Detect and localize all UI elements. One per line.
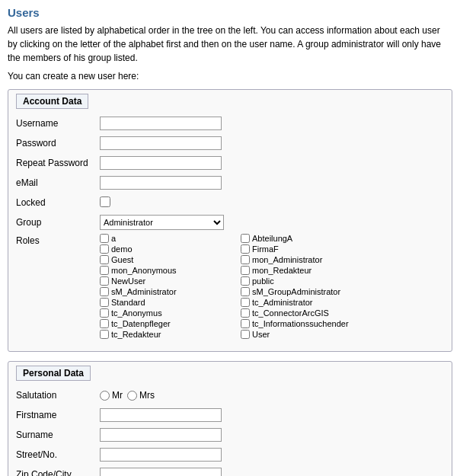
street-input[interactable] xyxy=(100,448,222,462)
salutation-radio-group: Mr Mrs xyxy=(100,390,155,401)
street-row: Street/No. xyxy=(16,446,444,463)
locked-field-wrap xyxy=(100,196,110,209)
role-checkbox-sm-groupadministrator[interactable] xyxy=(241,287,250,296)
list-item: FirmaF xyxy=(241,244,382,254)
list-item: Guest xyxy=(100,255,241,264)
list-item: demo xyxy=(100,244,241,254)
intro-text: All users are listed by alphabetical ord… xyxy=(8,24,449,65)
surname-input[interactable] xyxy=(100,428,222,442)
role-checkbox-standard[interactable] xyxy=(100,298,109,307)
role-checkbox-guest[interactable] xyxy=(100,255,109,264)
role-checkbox-user[interactable] xyxy=(241,330,250,339)
zip-input[interactable] xyxy=(100,468,222,476)
account-data-section: Account Data Username Password Repeat Pa… xyxy=(8,89,452,352)
personal-data-section: Personal Data Salutation Mr Mrs Firstnam… xyxy=(8,361,452,476)
salutation-label: Salutation xyxy=(16,390,100,401)
list-item: NewUser xyxy=(100,276,241,286)
salutation-mr-radio[interactable] xyxy=(100,391,110,401)
locked-checkbox[interactable] xyxy=(100,196,110,207)
list-item: tc_Anonymus xyxy=(100,308,241,318)
salutation-mr-item: Mr xyxy=(100,390,123,401)
repeat-password-label: Repeat Password xyxy=(16,158,100,168)
repeat-password-input[interactable] xyxy=(100,156,222,170)
role-checkbox-tc-administrator[interactable] xyxy=(241,298,250,307)
role-checkbox-tc-datenpfleger[interactable] xyxy=(100,319,109,328)
firstname-label: Firstname xyxy=(16,410,100,420)
list-item: Standard xyxy=(100,298,241,307)
role-checkbox-demo[interactable] xyxy=(100,244,109,254)
locked-row: Locked xyxy=(16,194,444,211)
firstname-row: Firstname xyxy=(16,407,444,423)
account-data-title: Account Data xyxy=(16,94,88,109)
role-checkbox-tc-redakteur[interactable] xyxy=(100,330,109,339)
list-item: tc_Datenpfleger xyxy=(100,319,241,328)
roles-col-2: AbteilungA FirmaF mon_Administrator mon_… xyxy=(241,234,382,339)
group-label: Group xyxy=(16,217,100,228)
password-label: Password xyxy=(16,138,100,149)
group-row: Group Administrator xyxy=(16,214,444,231)
role-checkbox-newuser[interactable] xyxy=(100,276,109,286)
group-field-wrap: Administrator xyxy=(100,215,224,230)
list-item: mon_Anonymous xyxy=(100,266,241,275)
locked-label: Locked xyxy=(16,197,100,208)
group-select[interactable]: Administrator xyxy=(100,215,224,230)
role-checkbox-firmaf[interactable] xyxy=(241,244,250,254)
password-input[interactable] xyxy=(100,136,222,150)
role-checkbox-mon-administrator[interactable] xyxy=(241,255,250,264)
username-row: Username xyxy=(16,115,444,132)
street-label: Street/No. xyxy=(16,449,100,460)
zip-field-wrap xyxy=(100,468,222,476)
role-checkbox-mon-anonymous[interactable] xyxy=(100,266,109,275)
email-label: eMail xyxy=(16,177,100,188)
list-item: tc_Redakteur xyxy=(100,330,241,339)
create-prompt: You can create a new user here: xyxy=(8,71,452,81)
firstname-field-wrap xyxy=(100,408,222,422)
username-input[interactable] xyxy=(100,117,222,130)
email-input[interactable] xyxy=(100,176,222,190)
repeat-password-field-wrap xyxy=(100,156,222,170)
role-checkbox-abteilunga[interactable] xyxy=(241,234,250,243)
surname-field-wrap xyxy=(100,428,222,442)
firstname-input[interactable] xyxy=(100,408,222,422)
surname-row: Surname xyxy=(16,426,444,443)
username-field-wrap xyxy=(100,117,222,130)
role-checkbox-a[interactable] xyxy=(100,234,109,243)
email-row: eMail xyxy=(16,174,444,191)
salutation-mrs-radio[interactable] xyxy=(127,391,137,401)
role-checkbox-tc-connectorarcgis[interactable] xyxy=(241,308,250,318)
list-item: public xyxy=(241,276,382,286)
role-checkbox-public[interactable] xyxy=(241,276,250,286)
role-checkbox-tc-anonymus[interactable] xyxy=(100,308,109,318)
salutation-mrs-label: Mrs xyxy=(139,390,155,401)
list-item: sM_GroupAdministrator xyxy=(241,287,382,296)
personal-data-title: Personal Data xyxy=(16,366,91,381)
street-field-wrap xyxy=(100,448,222,462)
list-item: User xyxy=(241,330,382,339)
salutation-row: Salutation Mr Mrs xyxy=(16,387,444,404)
username-label: Username xyxy=(16,118,100,129)
roles-label: Roles xyxy=(16,234,100,246)
password-field-wrap xyxy=(100,136,222,150)
email-field-wrap xyxy=(100,176,222,190)
surname-label: Surname xyxy=(16,430,100,440)
repeat-password-row: Repeat Password xyxy=(16,155,444,171)
role-checkbox-mon-redakteur[interactable] xyxy=(241,266,250,275)
roles-col-1: a demo Guest mon_Anonymous NewUser sM_Ad… xyxy=(100,234,241,339)
list-item: mon_Redakteur xyxy=(241,266,382,275)
page-title: Users xyxy=(8,6,452,19)
list-item: AbteilungA xyxy=(241,234,382,243)
list-item: tc_ConnectorArcGIS xyxy=(241,308,382,318)
list-item: a xyxy=(100,234,241,243)
salutation-mrs-item: Mrs xyxy=(127,390,155,401)
zip-label: Zip Code/City xyxy=(16,469,100,476)
list-item: mon_Administrator xyxy=(241,255,382,264)
list-item: tc_Informationssuchender xyxy=(241,319,382,328)
list-item: sM_Administrator xyxy=(100,287,241,296)
role-checkbox-sm-administrator[interactable] xyxy=(100,287,109,296)
roles-grid: a demo Guest mon_Anonymous NewUser sM_Ad… xyxy=(100,234,382,339)
role-checkbox-tc-informationssuchender[interactable] xyxy=(241,319,250,328)
salutation-mr-label: Mr xyxy=(112,390,123,401)
zip-row: Zip Code/City xyxy=(16,466,444,476)
list-item: tc_Administrator xyxy=(241,298,382,307)
roles-row: Roles a demo Guest mon_Anonymous NewUser xyxy=(16,234,444,339)
